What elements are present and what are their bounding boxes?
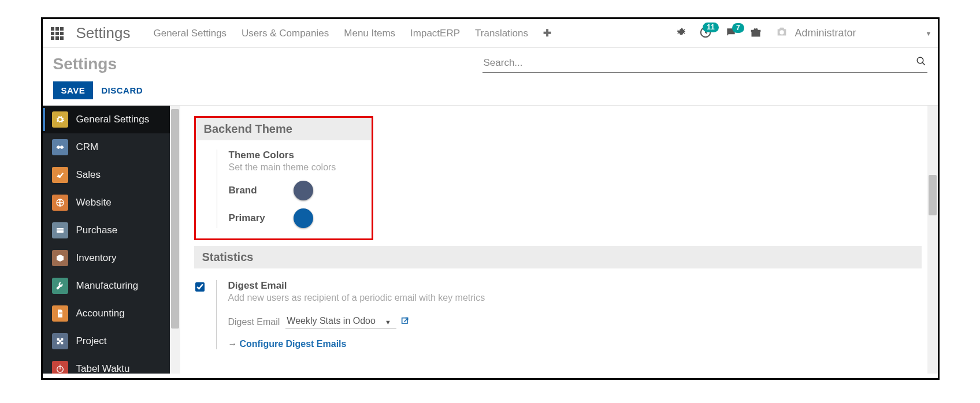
sidebar-item-label: Website: [76, 197, 112, 208]
menu-menu-items[interactable]: Menu Items: [344, 28, 395, 39]
settings-sidebar: General Settings CRM Sales Website Purch…: [43, 106, 170, 374]
sidebar-item-sales[interactable]: Sales: [43, 161, 170, 189]
globe-icon: [52, 195, 68, 211]
sidebar-item-project[interactable]: Project: [43, 327, 170, 355]
sidebar-scrollbar[interactable]: [170, 106, 180, 374]
arrow-right-icon: →: [228, 339, 237, 349]
stopwatch-icon: [52, 361, 68, 374]
brand-color-swatch[interactable]: [294, 181, 313, 200]
sidebar-item-label: Purchase: [76, 225, 118, 236]
add-menu-icon[interactable]: ✚: [543, 27, 551, 39]
theme-colors-title: Theme Colors: [229, 150, 372, 161]
primary-color-swatch[interactable]: [294, 208, 313, 228]
svg-point-1: [779, 30, 784, 34]
sidebar-item-crm[interactable]: CRM: [43, 133, 170, 161]
debug-icon[interactable]: [676, 27, 686, 40]
digest-email-field-label: Digest Email: [228, 317, 280, 327]
puzzle-icon: [52, 333, 68, 349]
sidebar-item-label: Inventory: [76, 252, 117, 264]
backend-theme-highlight: Backend Theme Theme Colors Set the main …: [194, 116, 373, 240]
sidebar-item-label: General Settings: [76, 114, 150, 125]
document-icon: [52, 305, 68, 322]
chart-icon: [52, 167, 68, 183]
search-input[interactable]: [482, 55, 927, 73]
messages-icon[interactable]: 7: [725, 27, 737, 40]
menu-general-settings[interactable]: General Settings: [153, 28, 227, 39]
apps-icon[interactable]: [51, 27, 64, 40]
user-caret-icon: ▼: [926, 30, 932, 37]
gear-icon: [52, 111, 68, 128]
sidebar-item-accounting[interactable]: Accounting: [43, 300, 170, 327]
box-icon: [52, 250, 68, 266]
user-name: Administrator: [795, 27, 856, 39]
svg-rect-9: [402, 318, 407, 323]
digest-email-title: Digest Email: [228, 280, 485, 292]
brand-color-label: Brand: [229, 185, 269, 196]
card-icon: [52, 222, 68, 238]
sidebar-item-website[interactable]: Website: [43, 189, 170, 217]
theme-colors-desc: Set the main theme colors: [229, 162, 372, 173]
svg-point-2: [917, 57, 923, 64]
sidebar-item-label: Project: [76, 335, 107, 347]
sidebar-item-inventory[interactable]: Inventory: [43, 244, 170, 272]
section-statistics: Statistics: [194, 246, 922, 268]
app-title: Settings: [76, 24, 131, 42]
breadcrumb: Settings: [53, 55, 117, 73]
section-backend-theme: Backend Theme: [196, 118, 372, 140]
svg-rect-7: [59, 314, 62, 314]
primary-color-label: Primary: [229, 212, 269, 224]
sidebar-item-label: Tabel Waktu: [76, 363, 130, 374]
content-scrollbar[interactable]: [927, 106, 938, 374]
sidebar-item-tabel-waktu[interactable]: Tabel Waktu: [43, 355, 170, 374]
settings-content: Backend Theme Theme Colors Set the main …: [180, 106, 927, 374]
menu-impacterp[interactable]: ImpactERP: [410, 28, 460, 39]
search-icon[interactable]: [916, 56, 926, 69]
configure-digest-emails-link[interactable]: →Configure Digest Emails: [228, 339, 485, 349]
sidebar-item-label: Accounting: [76, 308, 125, 319]
sidebar-item-label: Manufacturing: [76, 280, 139, 292]
sidebar-item-label: CRM: [76, 141, 99, 153]
svg-rect-6: [59, 312, 62, 312]
digest-email-desc: Add new users as recipient of a periodic…: [228, 293, 485, 303]
menu-users-companies[interactable]: Users & Companies: [242, 28, 329, 39]
external-link-icon[interactable]: [400, 316, 410, 328]
discard-button[interactable]: DISCARD: [101, 85, 143, 95]
top-menu: General Settings Users & Companies Menu …: [153, 27, 551, 39]
sidebar-item-purchase[interactable]: Purchase: [43, 217, 170, 244]
sidebar-item-manufacturing[interactable]: Manufacturing: [43, 272, 170, 300]
sidebar-item-label: Sales: [76, 169, 101, 181]
handshake-icon: [52, 139, 68, 155]
digest-email-checkbox[interactable]: [195, 282, 205, 292]
camera-icon: [774, 25, 789, 41]
user-menu[interactable]: Administrator ▼: [774, 25, 932, 41]
messages-badge: 7: [732, 23, 744, 33]
activities-icon[interactable]: 11: [699, 26, 712, 41]
svg-rect-5: [57, 230, 64, 230]
digest-email-select[interactable]: Weekly Stats in Odoo: [285, 316, 396, 329]
save-button[interactable]: SAVE: [53, 81, 94, 99]
menu-translations[interactable]: Translations: [475, 28, 528, 39]
activities-badge: 11: [703, 23, 718, 32]
sidebar-item-general-settings[interactable]: General Settings: [43, 106, 170, 133]
wrench-icon: [52, 278, 68, 294]
gift-icon[interactable]: [750, 27, 762, 40]
